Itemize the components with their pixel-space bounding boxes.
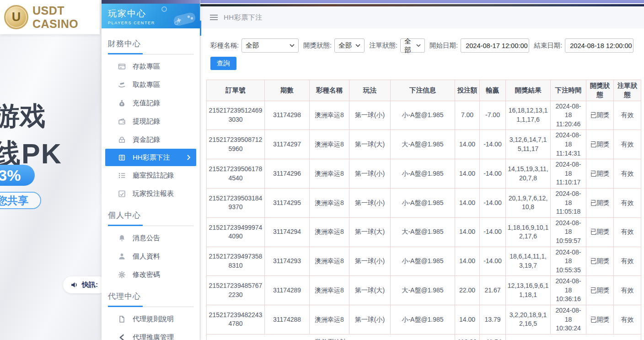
- table-cell: 14.00: [455, 247, 480, 276]
- scrollbar-thumb[interactable]: [200, 21, 201, 36]
- sidebar-item-withdraw[interactable]: 取款專區: [102, 76, 200, 94]
- section-underline: [108, 53, 193, 54]
- table-cell: 31174298: [265, 101, 310, 130]
- table-cell: 有效: [614, 276, 641, 305]
- sidebar-item-room-bet-record[interactable]: 廳室投註記錄: [102, 166, 200, 184]
- promo-headline-1: 游戏: [0, 99, 46, 134]
- agent-promo-share-icon: [118, 334, 126, 340]
- order-status-select[interactable]: 全部: [400, 38, 425, 53]
- sidebar-item-change-password[interactable]: 修改密碼: [102, 265, 200, 284]
- table-cell: 澳洲幸运8: [310, 101, 349, 130]
- promo-banner: U USDT CASINO 游戏 线PK 1.3% 邀您共享 快訊:: [0, 0, 102, 340]
- start-date-label: 開始日期:: [429, 41, 458, 50]
- gamepad-decor-icon: [161, 5, 197, 27]
- column-header: 下注信息: [391, 80, 455, 101]
- table-cell: 2024-08-18 10:30:24: [551, 305, 586, 335]
- table-cell: 澳洲幸运8: [310, 159, 349, 189]
- table-cell: 31174289: [265, 276, 310, 305]
- table-cell: 澳洲幸运8: [310, 130, 349, 159]
- table-cell: 有效: [614, 188, 641, 217]
- ticker-label: 快訊:: [82, 281, 98, 289]
- withdraw-hand-icon: [118, 81, 126, 89]
- column-header: 注單狀態: [614, 80, 641, 101]
- table-cell: 第一球(大): [349, 276, 391, 305]
- section-title: 個人中心: [102, 210, 200, 221]
- usdt-coin-icon: U: [4, 5, 28, 29]
- table-cell: 7.00: [455, 101, 480, 130]
- table-cell: 澳洲幸运8: [310, 217, 349, 247]
- table-cell: 20,1,9,7,6,12,10,8: [506, 188, 551, 217]
- table-cell: 3,12,6,14,7,15,11,17: [506, 130, 551, 159]
- password-gear-icon: [118, 271, 126, 279]
- table-cell: 31174295: [265, 188, 310, 217]
- deposit-card-icon: [118, 63, 126, 70]
- table-cell: 2024-08-18 11:20:46: [551, 101, 586, 130]
- room-bet-record-icon: [118, 172, 126, 179]
- summary-bet-total: 113.00: [455, 334, 480, 340]
- table-cell: 小-A盤@1.985: [391, 247, 455, 276]
- table-cell: 2024-08-18 10:36:16: [551, 276, 586, 305]
- table-cell: 31174293: [265, 247, 310, 276]
- recharge-bag-icon: ¥: [118, 99, 126, 107]
- sidebar-item-hh-lottery-bets[interactable]: HH彩票下注: [105, 149, 196, 166]
- section-finance: 財務中心 存款專區 取款專區 ¥ 充值記錄: [102, 38, 200, 203]
- table-cell: 3,2,20,18,9,12,16,5: [506, 305, 551, 335]
- sidebar-item-agent-rules[interactable]: 代理規則說明: [102, 310, 200, 328]
- sidebar: 玩家中心 PLAYERS CENTER 財務中心: [102, 0, 200, 340]
- section-title: 代理中心: [102, 291, 200, 302]
- table-cell: 小-A盤@1.985: [391, 101, 455, 130]
- table-cell: 31174297: [265, 130, 310, 159]
- sidebar-item-agent-promo[interactable]: 代理推廣管理: [102, 328, 200, 340]
- sidebar-item-withdrawal-record[interactable]: 提現記錄: [102, 112, 200, 130]
- table-row: 215217239499974409031174294澳洲幸运8第一球(大)大-…: [207, 217, 641, 247]
- chevron-down-icon: [416, 44, 421, 47]
- chevron-down-icon: [290, 44, 295, 47]
- table-cell: 澳洲幸运8: [310, 188, 349, 217]
- table-cell: -14.00: [480, 188, 506, 217]
- table-cell: 14.00: [455, 130, 480, 159]
- table-cell: 已開獎: [586, 247, 614, 276]
- summary-row: 當前頁統計113.00-41.54: [207, 334, 641, 340]
- screen: U USDT CASINO 游戏 线PK 1.3% 邀您共享 快訊: 玩家中心 …: [0, 0, 644, 340]
- table-cell: 14.00: [455, 159, 480, 189]
- table-cell: 已開獎: [586, 217, 614, 247]
- table-cell: 14.00: [455, 188, 480, 217]
- table-cell: 2024-08-18 11:10:17: [551, 159, 586, 189]
- table-cell: 已開獎: [586, 159, 614, 189]
- sidebar-item-funds-record[interactable]: 資金記錄: [102, 130, 200, 149]
- announcement-bell-icon: [118, 234, 126, 242]
- table-cell: 2152172394822434780: [207, 305, 265, 335]
- sidebar-item-announcements[interactable]: 消息公告: [102, 229, 200, 247]
- start-date-input[interactable]: 2024-08-17 12:00:00: [461, 38, 529, 53]
- section-underline: [108, 225, 193, 226]
- table-cell: 已開獎: [586, 305, 614, 335]
- table-cell: -14.00: [480, 247, 506, 276]
- sidebar-item-recharge-record[interactable]: ¥ 充值記錄: [102, 94, 200, 112]
- sidebar-item-bet-report[interactable]: 玩家投注報表: [102, 184, 200, 203]
- lottery-name-select[interactable]: 全部: [242, 38, 299, 53]
- table-cell: 第一球(小): [349, 305, 391, 335]
- table-cell: 第一球(大): [349, 217, 391, 247]
- promo-invite-button[interactable]: 邀您共享: [0, 192, 41, 209]
- funds-record-icon: [118, 136, 126, 144]
- chevron-down-icon: [355, 44, 360, 47]
- menu-toggle-icon[interactable]: [210, 12, 218, 22]
- brand-text: USDT CASINO: [32, 4, 100, 31]
- logo[interactable]: U USDT CASINO: [0, 0, 100, 34]
- bet-table: 訂單號期數彩種名稱玩法下注信息投注額輸贏開獎結果下注時間開獎狀態注單狀態 215…: [206, 80, 641, 340]
- table-cell: 有效: [614, 159, 641, 189]
- withdrawal-record-icon: [118, 118, 126, 125]
- table-cell: 第一球(小): [349, 188, 391, 217]
- sidebar-item-deposit[interactable]: 存款專區: [102, 57, 200, 76]
- table-cell: 2152172394973588310: [207, 247, 265, 276]
- summary-winloss-total: -41.54: [480, 334, 506, 340]
- section-title: 財務中心: [102, 38, 200, 49]
- promo-rate-badge: 1.3%: [0, 165, 35, 186]
- sidebar-item-profile[interactable]: 個人資料: [102, 247, 200, 265]
- end-date-input[interactable]: 2024-08-18 12:00:00: [565, 38, 633, 53]
- draw-status-select[interactable]: 全部: [334, 38, 365, 53]
- search-button[interactable]: 查詢: [210, 57, 236, 70]
- table-cell: 已開獎: [586, 101, 614, 130]
- table-row: 215217239485767223031174289澳洲幸运8第一球(大)大-…: [207, 276, 641, 305]
- table-cell: 已開獎: [586, 130, 614, 159]
